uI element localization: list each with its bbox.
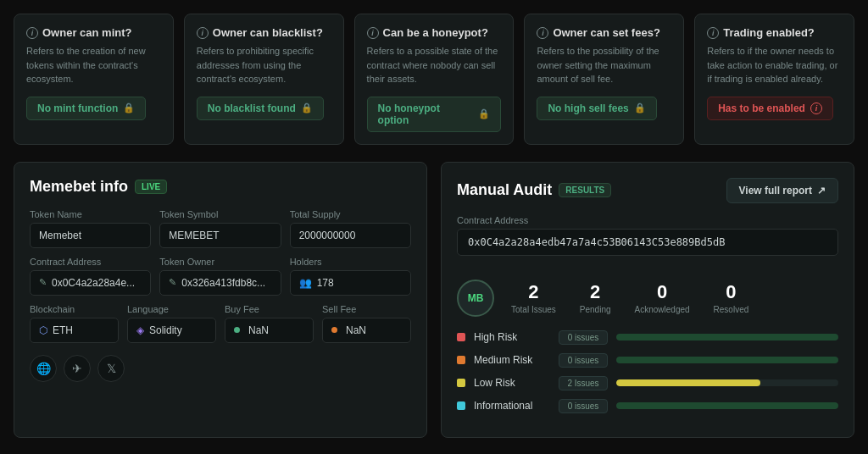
top-cards-row: i Owner can mint? Refers to the creation… bbox=[14, 14, 854, 145]
stat-total-issues: 2 Total Issues bbox=[511, 281, 556, 314]
acknowledged-value: 0 bbox=[635, 281, 690, 303]
language-label: Language bbox=[127, 304, 216, 314]
resolved-value: 0 bbox=[714, 281, 749, 303]
issues-badge-high: 0 issues bbox=[559, 330, 608, 345]
risk-bar-bg-high bbox=[616, 334, 838, 340]
badge-icon-trading: i bbox=[810, 102, 822, 114]
audit-title-row: Manual Audit RESULTS bbox=[457, 181, 611, 199]
telegram-button[interactable]: ✈ bbox=[64, 355, 91, 382]
risk-bar-fill-high bbox=[616, 334, 838, 340]
risk-dot-medium bbox=[457, 356, 465, 364]
fields-grid-top: Token Name Memebet Token Symbol MEMEBET … bbox=[30, 209, 411, 248]
card-title-trading: i Trading enabled? bbox=[707, 26, 842, 39]
token-name-value: Memebet bbox=[30, 223, 151, 248]
risk-row-high: High Risk 0 issues bbox=[457, 330, 838, 345]
token-owner-label: Token Owner bbox=[159, 257, 281, 267]
card-trading: i Trading enabled? Refers to if the owne… bbox=[694, 14, 854, 145]
card-desc-honeypot: Refers to a possible state of the contra… bbox=[367, 44, 502, 86]
field-buy-fee: Buy Fee NaN bbox=[225, 304, 314, 343]
solidity-icon: ◈ bbox=[136, 324, 144, 336]
card-mint: i Owner can mint? Refers to the creation… bbox=[14, 14, 174, 145]
audit-contract-address-group: Contract Address 0x0C4a2a28a4edb47a7a4c5… bbox=[457, 215, 838, 268]
fields-grid-mid: Contract Address ✎ 0x0C4a2a28a4e... Toke… bbox=[30, 257, 411, 296]
blockchain-label: Blockchain bbox=[30, 304, 119, 314]
holders-label: Holders bbox=[290, 257, 411, 267]
risk-row-medium: Medium Risk 0 issues bbox=[457, 353, 838, 368]
stat-resolved: 0 Resolved bbox=[714, 281, 749, 314]
field-sell-fee: Sell Fee NaN bbox=[322, 304, 411, 343]
globe-button[interactable]: 🌐 bbox=[30, 355, 57, 382]
card-desc-trading: Refers to if the owner needs to take act… bbox=[707, 44, 842, 86]
buy-fee-value: NaN bbox=[225, 318, 314, 343]
audit-logo: MB bbox=[457, 280, 494, 317]
field-language: Language ◈ Solidity bbox=[127, 304, 216, 343]
risk-bar-bg-low bbox=[616, 379, 838, 386]
eth-icon: ⬡ bbox=[39, 324, 47, 336]
risk-name-low: Low Risk bbox=[474, 377, 550, 389]
live-badge: LIVE bbox=[135, 180, 167, 194]
card-title-blacklist: i Owner can blacklist? bbox=[197, 26, 331, 39]
audit-contract-address: 0x0C4a2a28a4edb47a7a4c53B06143C53e889Bd5… bbox=[457, 229, 838, 256]
token-symbol-value: MEMEBET bbox=[159, 223, 281, 248]
issues-badge-info: 0 issues bbox=[559, 399, 608, 413]
field-token-owner: Token Owner ✎ 0x326a413fdb8c... bbox=[159, 257, 281, 296]
holders-value: 👥 178 bbox=[290, 270, 411, 296]
risk-row-low: Low Risk 2 Issues bbox=[457, 376, 838, 390]
card-badge-trading: Has to be enabled i bbox=[707, 97, 833, 120]
field-token-symbol: Token Symbol MEMEBET bbox=[159, 209, 281, 248]
contract-address-value: ✎ 0x0C4a2a28a4e... bbox=[30, 270, 151, 296]
risk-name-info: Informational bbox=[474, 400, 550, 412]
info-icon-trading: i bbox=[707, 27, 719, 39]
risk-bars: High Risk 0 issues Medium Risk 0 issues … bbox=[457, 330, 838, 413]
buy-fee-dot bbox=[234, 327, 240, 333]
card-desc-mint: Refers to the creation of new tokens wit… bbox=[26, 44, 161, 86]
risk-row-info: Informational 0 issues bbox=[457, 399, 838, 413]
info-icon-blacklist: i bbox=[197, 27, 209, 39]
lock-icon-fees: 🔒 bbox=[634, 102, 646, 114]
acknowledged-label: Acknowledged bbox=[635, 305, 690, 314]
sell-fee-value: NaN bbox=[322, 318, 411, 343]
view-report-label: View full report bbox=[739, 185, 812, 197]
view-report-button[interactable]: View full report ↗ bbox=[726, 178, 838, 203]
card-blacklist: i Owner can blacklist? Refers to prohibi… bbox=[184, 14, 344, 145]
resolved-label: Resolved bbox=[714, 305, 749, 314]
total-supply-value: 2000000000 bbox=[290, 223, 411, 248]
pending-label: Pending bbox=[580, 305, 611, 314]
total-supply-label: Total Supply bbox=[290, 209, 411, 219]
audit-header: Manual Audit RESULTS View full report ↗ bbox=[457, 178, 838, 203]
risk-dot-low bbox=[457, 379, 465, 387]
token-owner-value: ✎ 0x326a413fdb8c... bbox=[159, 270, 281, 296]
language-value: ◈ Solidity bbox=[127, 318, 216, 343]
card-desc-fees: Refers to the possibility of the owner s… bbox=[537, 44, 671, 86]
risk-dot-high bbox=[457, 333, 465, 341]
risk-dot-info bbox=[457, 401, 465, 410]
risk-bar-bg-info bbox=[616, 402, 838, 409]
edit-icon: ✎ bbox=[39, 277, 47, 288]
risk-name-high: High Risk bbox=[474, 331, 550, 343]
sell-fee-label: Sell Fee bbox=[322, 304, 411, 314]
social-icons: 🌐 ✈ 𝕏 bbox=[30, 355, 411, 382]
info-panel-title: Memebet info bbox=[30, 178, 128, 196]
stat-pending: 2 Pending bbox=[580, 281, 611, 314]
card-badge-fees: No high sell fees 🔒 bbox=[537, 97, 656, 120]
risk-bar-bg-medium bbox=[616, 357, 838, 363]
stat-acknowledged: 0 Acknowledged bbox=[635, 281, 690, 314]
card-title-mint: i Owner can mint? bbox=[26, 26, 161, 39]
audit-contract-label: Contract Address bbox=[457, 215, 838, 225]
info-icon-honeypot: i bbox=[367, 27, 379, 39]
pending-value: 2 bbox=[580, 281, 611, 303]
token-symbol-label: Token Symbol bbox=[159, 209, 281, 219]
card-badge-honeypot: No honeypot option 🔒 bbox=[367, 97, 502, 132]
audit-panel: Manual Audit RESULTS View full report ↗ … bbox=[441, 162, 854, 438]
holders-icon: 👥 bbox=[299, 277, 312, 289]
info-panel-header: Memebet info LIVE bbox=[30, 178, 411, 196]
info-icon-mint: i bbox=[26, 27, 38, 39]
lock-icon-blacklist: 🔒 bbox=[301, 102, 313, 114]
audit-stats: MB 2 Total Issues 2 Pending 0 Acknowledg… bbox=[457, 280, 838, 317]
card-title-fees: i Owner can set fees? bbox=[537, 26, 671, 39]
card-honeypot: i Can be a honeypot? Refers to a possibl… bbox=[354, 14, 515, 145]
field-total-supply: Total Supply 2000000000 bbox=[290, 209, 411, 248]
info-icon-fees: i bbox=[537, 27, 548, 39]
twitter-button[interactable]: 𝕏 bbox=[97, 355, 125, 382]
fields-grid-bottom: Blockchain ⬡ ETH Language ◈ Solidity Buy… bbox=[30, 304, 411, 343]
